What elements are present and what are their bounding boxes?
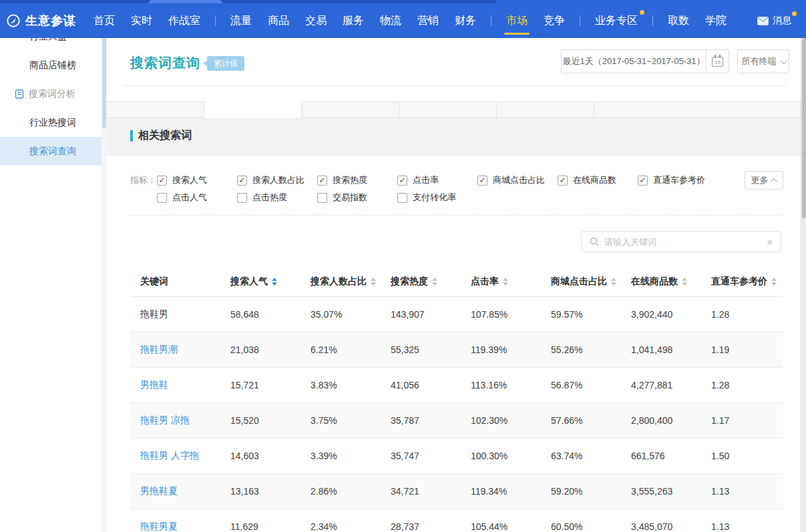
keyword-cell[interactable]: 拖鞋男 人字拖 bbox=[130, 450, 220, 462]
nav-item[interactable]: 作战室 bbox=[160, 3, 208, 38]
metric-checkbox-option[interactable]: ✓搜索人气 bbox=[157, 174, 237, 186]
keyword-cell[interactable]: 男拖鞋夏 bbox=[130, 485, 220, 497]
metric-checkbox-option[interactable]: ✓搜索热度 bbox=[317, 174, 397, 186]
table-cell: 3.39% bbox=[300, 451, 381, 461]
checked-checkbox[interactable]: ✓ bbox=[237, 176, 247, 186]
clear-search-icon[interactable]: × bbox=[767, 237, 773, 247]
keyword-cell[interactable]: 拖鞋男夏 bbox=[130, 521, 220, 532]
results-table: 关键词搜索人气搜索人数占比搜索热度点击率商城点击占比在线商品数直通车参考价 拖鞋… bbox=[130, 267, 783, 532]
checked-checkbox[interactable]: ✓ bbox=[157, 176, 167, 186]
tab[interactable] bbox=[204, 101, 302, 118]
nav-item[interactable]: 竞争 bbox=[536, 3, 573, 38]
table-cell: 113.16% bbox=[461, 380, 541, 390]
nav-item[interactable]: 营销 bbox=[409, 3, 447, 38]
nav-item[interactable]: 实时 bbox=[123, 3, 160, 38]
calendar-button[interactable]: 15 bbox=[706, 50, 729, 73]
unchecked-checkbox[interactable] bbox=[157, 193, 167, 203]
nav-item[interactable]: 交易 bbox=[297, 3, 335, 38]
nav-item[interactable]: 流量 bbox=[222, 3, 260, 38]
table-cell: 107.85% bbox=[461, 309, 541, 320]
tab[interactable] bbox=[399, 101, 497, 118]
nav-item[interactable]: 财务 bbox=[447, 3, 484, 38]
metric-checkbox-option[interactable]: 点击热度 bbox=[237, 192, 317, 204]
table-header-cell[interactable]: 在线商品数 bbox=[621, 276, 701, 288]
nav-item[interactable]: 市场 bbox=[498, 3, 536, 38]
table-header-cell[interactable]: 搜索人气 bbox=[220, 276, 300, 288]
tab[interactable] bbox=[594, 101, 801, 118]
page-header: 搜索词查询 累计值 最近1天（2017-05-31~2017-05-31） 15… bbox=[107, 38, 801, 101]
checked-checkbox[interactable]: ✓ bbox=[397, 176, 407, 186]
sort-icon[interactable] bbox=[503, 278, 508, 286]
metric-filters: 指标： ✓搜索人气✓搜索人数占比✓搜索热度✓点击率✓商城点击占比✓在线商品数✓直… bbox=[130, 172, 718, 206]
checked-checkbox[interactable]: ✓ bbox=[317, 176, 327, 186]
table-cell: 1,041,498 bbox=[621, 344, 701, 355]
keyword-cell[interactable]: 拖鞋男 凉拖 bbox=[130, 415, 220, 427]
checked-checkbox[interactable]: ✓ bbox=[558, 176, 568, 186]
metric-checkbox-option[interactable]: 点击人气 bbox=[157, 192, 237, 204]
unchecked-checkbox[interactable] bbox=[317, 193, 327, 203]
nav-item[interactable]: 学院 bbox=[697, 3, 735, 38]
date-range-button[interactable]: 最近1天（2017-05-31~2017-05-31） 15 bbox=[561, 49, 729, 73]
keyword-cell[interactable]: 拖鞋男潮 bbox=[130, 344, 220, 356]
table-cell: 6.21% bbox=[300, 344, 381, 355]
nav-item[interactable]: 首页 bbox=[85, 3, 123, 38]
cumulative-value-badge: 累计值 bbox=[207, 56, 244, 71]
table-cell: 41,056 bbox=[381, 380, 461, 390]
nav-item[interactable]: 物流 bbox=[372, 3, 409, 38]
browser-top-edge bbox=[0, 0, 806, 3]
nav-divider bbox=[580, 15, 580, 26]
sort-icon[interactable] bbox=[272, 278, 277, 286]
messages-button[interactable]: 消息 bbox=[757, 15, 797, 27]
keyword-cell[interactable]: 男拖鞋 bbox=[130, 379, 220, 391]
sidebar-item[interactable]: 搜索词查询 bbox=[0, 137, 102, 166]
sidebar-item[interactable]: 搜索词分析 bbox=[0, 79, 102, 108]
vertical-scrollbar[interactable] bbox=[801, 38, 806, 532]
table-cell: 3,555,263 bbox=[621, 486, 701, 497]
sidebar-scrollbar-thumb[interactable] bbox=[102, 38, 106, 128]
metric-checkbox-option[interactable]: ✓在线商品数 bbox=[558, 174, 638, 186]
sort-icon[interactable] bbox=[371, 278, 376, 286]
checked-checkbox[interactable]: ✓ bbox=[638, 176, 648, 186]
sort-icon[interactable] bbox=[682, 278, 687, 286]
metric-checkbox-option[interactable]: ✓搜索人数占比 bbox=[237, 174, 317, 186]
metric-checkbox-option[interactable]: ✓点击率 bbox=[397, 174, 477, 186]
table-cell: 661,576 bbox=[621, 451, 701, 461]
sidebar-item[interactable]: 商品店铺榜 bbox=[0, 51, 102, 79]
unchecked-checkbox[interactable] bbox=[397, 193, 407, 203]
page-title: 搜索词查询 bbox=[130, 54, 200, 72]
tab[interactable] bbox=[107, 101, 204, 118]
table-cell: 35.07% bbox=[300, 309, 381, 320]
tab[interactable] bbox=[302, 101, 399, 118]
checked-checkbox[interactable]: ✓ bbox=[477, 176, 487, 186]
keyword-search-input[interactable] bbox=[604, 237, 761, 247]
sort-icon[interactable] bbox=[611, 278, 616, 286]
metric-checkbox-option[interactable]: ✓直通车参考价 bbox=[638, 174, 718, 186]
table-cell: 1.28 bbox=[701, 380, 783, 390]
table-header-cell[interactable]: 点击率 bbox=[461, 276, 541, 288]
table-cell: 55.26% bbox=[541, 344, 621, 355]
sort-desc-arrow bbox=[771, 282, 777, 286]
sidebar-scrollbar[interactable] bbox=[102, 38, 107, 532]
checkbox-label: 搜索人数占比 bbox=[252, 174, 305, 186]
metric-checkbox-option[interactable]: 交易指数 bbox=[317, 192, 397, 204]
nav-item[interactable]: 取数 bbox=[660, 3, 697, 38]
metric-checkbox-option[interactable]: 支付转化率 bbox=[397, 192, 477, 204]
table-header-cell[interactable]: 商城点击占比 bbox=[541, 276, 621, 288]
table-header-cell[interactable]: 搜索热度 bbox=[381, 276, 461, 288]
vertical-scrollbar-thumb[interactable] bbox=[802, 38, 806, 218]
unchecked-checkbox[interactable] bbox=[237, 193, 247, 203]
table-cell: 2,800,400 bbox=[621, 415, 701, 426]
table-header-cell[interactable]: 直通车参考价 bbox=[701, 276, 783, 288]
nav-item[interactable]: 商品 bbox=[260, 3, 297, 38]
nav-item[interactable]: 服务 bbox=[335, 3, 372, 38]
app-logo[interactable]: 生意参谋 bbox=[6, 13, 76, 29]
terminal-filter-dropdown[interactable]: 所有终端 bbox=[737, 49, 789, 73]
table-header-cell[interactable]: 搜索人数占比 bbox=[300, 276, 381, 288]
nav-item[interactable]: 业务专区 bbox=[587, 3, 646, 38]
tab[interactable] bbox=[497, 101, 594, 118]
metric-checkbox-option[interactable]: ✓商城点击占比 bbox=[477, 174, 558, 186]
sidebar-item[interactable]: 行业热搜词 bbox=[0, 108, 102, 137]
more-button[interactable]: 更多 bbox=[745, 171, 783, 190]
sort-icon[interactable] bbox=[771, 278, 777, 286]
sort-icon[interactable] bbox=[432, 278, 437, 286]
